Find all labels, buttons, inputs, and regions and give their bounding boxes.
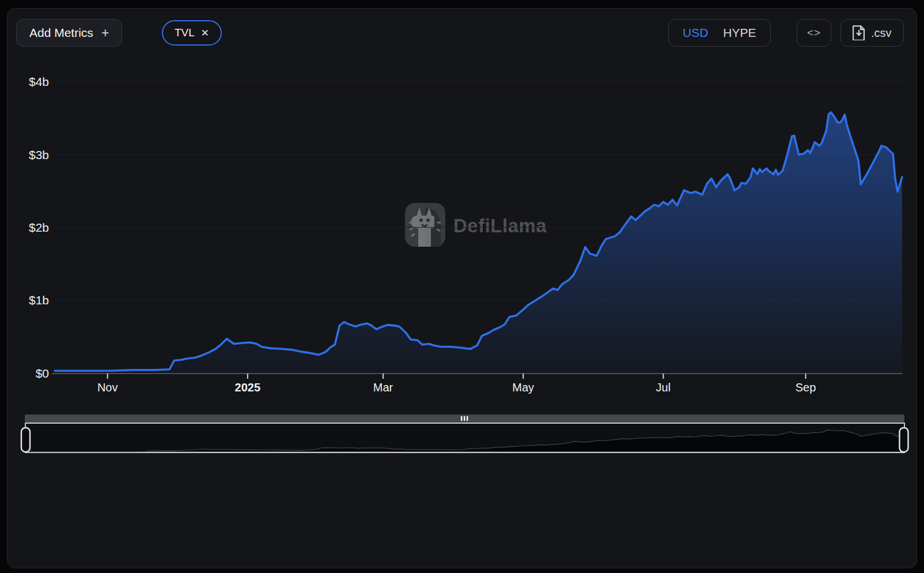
x-axis-label: Sep (796, 381, 816, 394)
download-csv-button[interactable]: .csv (840, 19, 904, 47)
tvl-area-fill (55, 112, 902, 373)
tvl-area-chart[interactable]: $0$1b$2b$3b$4bNov2025MarMayJulSep (0, 0, 924, 573)
x-axis-label: May (512, 381, 534, 394)
brush-grip-icon[interactable] (461, 416, 462, 421)
brush-handle-left[interactable] (21, 428, 30, 452)
csv-button-label: .csv (871, 27, 892, 40)
csv-download-icon (853, 25, 865, 40)
metric-chip-label: TVL (175, 27, 195, 39)
metric-chip-tvl[interactable]: TVL ✕ (162, 20, 222, 46)
x-axis-label: Jul (656, 381, 671, 394)
add-metrics-button[interactable]: Add Metrics + (16, 19, 122, 47)
x-axis-label: 2025 (235, 381, 261, 394)
y-axis-label: $0 (36, 367, 49, 380)
currency-option-hype[interactable]: HYPE (723, 26, 756, 40)
y-axis-label: $4b (29, 75, 49, 88)
close-icon[interactable]: ✕ (201, 27, 209, 39)
currency-toggle[interactable]: USD HYPE (668, 19, 771, 47)
currency-option-usd[interactable]: USD (683, 26, 708, 40)
plus-icon: + (101, 25, 109, 41)
embed-code-button[interactable]: <> (797, 19, 831, 47)
tvl-chart-page: DefiLlama $0$1b$2b$3b$4bNov2025MarMayJul… (0, 0, 924, 573)
code-icon: <> (807, 27, 821, 39)
y-axis-label: $3b (29, 148, 49, 161)
add-metrics-label: Add Metrics (29, 26, 93, 40)
brush-grip-icon[interactable] (467, 416, 468, 421)
y-axis-label: $1b (29, 293, 49, 307)
y-axis-label: $2b (29, 221, 49, 234)
brush-grip-icon[interactable] (464, 416, 465, 421)
x-axis-label: Mar (373, 381, 393, 394)
x-axis-label: Nov (97, 381, 118, 394)
brush-handle-right[interactable] (900, 428, 908, 452)
